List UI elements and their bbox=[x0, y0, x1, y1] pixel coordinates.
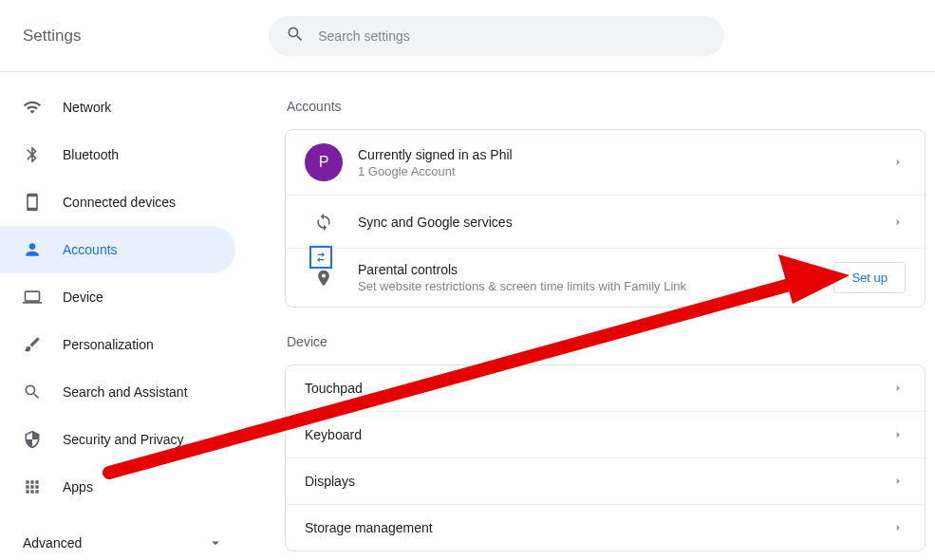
sidebar-item-label: Security and Privacy bbox=[63, 432, 184, 447]
icon-slot bbox=[305, 213, 343, 232]
row-secondary: Set website restrictions & screen time l… bbox=[358, 279, 822, 293]
laptop-icon bbox=[23, 288, 42, 307]
sync-icon bbox=[314, 213, 333, 232]
chevron-right-icon bbox=[890, 474, 906, 489]
row-primary: Currently signed in as Phil bbox=[358, 147, 890, 162]
sidebar: Network Bluetooth Connected devices Acco… bbox=[0, 72, 247, 560]
settings-header: Settings bbox=[0, 0, 935, 72]
row-text: Currently signed in as Phil 1 Google Acc… bbox=[358, 147, 890, 178]
row-label: Keyboard bbox=[305, 427, 362, 442]
row-primary: Sync and Google services bbox=[358, 215, 890, 230]
row-touchpad[interactable]: Touchpad bbox=[286, 365, 925, 411]
sidebar-item-label: Personalization bbox=[63, 337, 154, 352]
sidebar-item-security[interactable]: Security and Privacy bbox=[0, 416, 235, 463]
chevron-right-icon bbox=[890, 155, 906, 170]
sidebar-item-label: Apps bbox=[63, 479, 93, 495]
bluetooth-icon bbox=[23, 145, 42, 164]
sidebar-item-apps[interactable]: Apps bbox=[0, 463, 235, 511]
row-text: Parental controls Set website restrictio… bbox=[358, 262, 822, 293]
sidebar-item-network[interactable]: Network bbox=[0, 84, 235, 131]
avatar-slot: P bbox=[305, 143, 343, 181]
chevron-down-icon bbox=[207, 534, 224, 551]
row-displays[interactable]: Displays bbox=[286, 457, 925, 504]
avatar: P bbox=[305, 143, 343, 181]
sidebar-item-bluetooth[interactable]: Bluetooth bbox=[0, 131, 235, 178]
sidebar-item-label: Device bbox=[63, 289, 103, 305]
row-storage[interactable]: Storage management bbox=[286, 504, 925, 551]
icon-slot bbox=[305, 269, 343, 288]
location-icon bbox=[314, 269, 333, 288]
section-title-device: Device bbox=[287, 334, 926, 349]
row-label: Touchpad bbox=[305, 381, 363, 396]
sidebar-item-label: Search and Assistant bbox=[63, 384, 188, 400]
phone-icon bbox=[23, 193, 42, 212]
advanced-label: Advanced bbox=[23, 535, 82, 551]
search-icon bbox=[286, 25, 305, 47]
sidebar-item-label: Network bbox=[63, 100, 111, 115]
device-card: Touchpad Keyboard Displays Storage manag… bbox=[285, 364, 926, 551]
row-text: Sync and Google services bbox=[358, 215, 890, 230]
chevron-right-icon bbox=[890, 381, 906, 396]
sidebar-item-accounts[interactable]: Accounts bbox=[0, 226, 235, 273]
row-label: Storage management bbox=[305, 520, 433, 535]
search-input[interactable] bbox=[318, 28, 707, 44]
sidebar-advanced-toggle[interactable]: Advanced bbox=[0, 520, 247, 560]
content-area: Network Bluetooth Connected devices Acco… bbox=[0, 72, 935, 560]
chevron-right-icon bbox=[890, 215, 906, 230]
chevron-right-icon bbox=[890, 427, 906, 442]
person-icon bbox=[23, 240, 42, 259]
search-box[interactable] bbox=[269, 16, 724, 56]
set-up-button[interactable]: Set up bbox=[833, 262, 906, 293]
row-parental-controls[interactable]: Parental controls Set website restrictio… bbox=[286, 248, 925, 307]
shield-icon bbox=[23, 430, 42, 449]
section-title-accounts: Accounts bbox=[287, 99, 926, 114]
sidebar-item-label: Accounts bbox=[63, 242, 118, 257]
row-secondary: 1 Google Account bbox=[358, 164, 890, 178]
row-primary: Parental controls bbox=[358, 262, 822, 277]
sidebar-item-search-assistant[interactable]: Search and Assistant bbox=[0, 368, 235, 416]
main-panel: Accounts P Currently signed in as Phil 1… bbox=[247, 72, 935, 560]
row-sync[interactable]: Sync and Google services bbox=[286, 195, 925, 248]
chevron-right-icon bbox=[890, 520, 906, 535]
row-keyboard[interactable]: Keyboard bbox=[286, 411, 925, 457]
sidebar-item-device[interactable]: Device bbox=[0, 273, 235, 321]
brush-icon bbox=[23, 335, 42, 354]
row-signed-in[interactable]: P Currently signed in as Phil 1 Google A… bbox=[286, 130, 925, 195]
accounts-card: P Currently signed in as Phil 1 Google A… bbox=[285, 129, 926, 308]
search-wrap bbox=[81, 16, 912, 56]
page-title: Settings bbox=[23, 27, 81, 46]
sidebar-item-connected-devices[interactable]: Connected devices bbox=[0, 178, 235, 226]
sidebar-item-label: Connected devices bbox=[63, 195, 176, 210]
sidebar-item-label: Bluetooth bbox=[63, 147, 119, 162]
search-icon bbox=[23, 383, 42, 401]
row-label: Displays bbox=[305, 474, 355, 489]
apps-icon bbox=[23, 477, 42, 496]
sidebar-item-personalization[interactable]: Personalization bbox=[0, 321, 235, 368]
wifi-icon bbox=[23, 98, 42, 117]
